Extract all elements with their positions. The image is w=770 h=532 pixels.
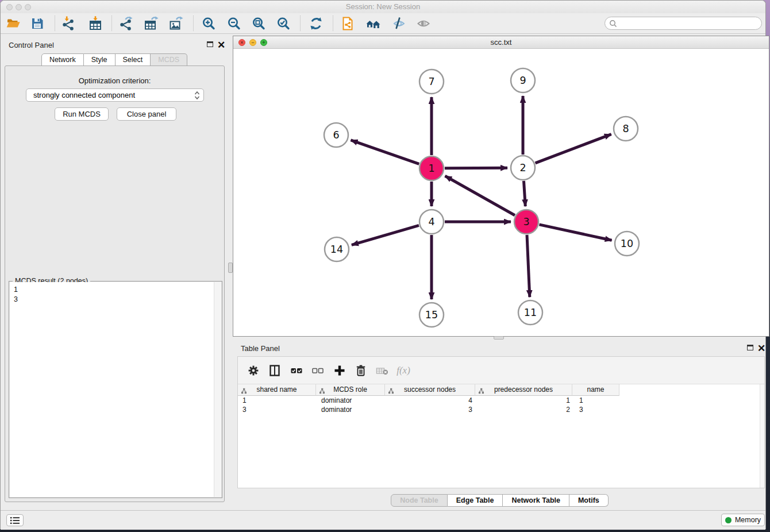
tab-network[interactable]: Network: [41, 53, 84, 66]
table-toolbar: f(x): [238, 357, 764, 384]
column-header-name[interactable]: name: [572, 384, 619, 396]
zoom-window-button[interactable]: [25, 4, 31, 10]
column-header-predecessor-nodes[interactable]: predecessor nodes: [475, 384, 572, 396]
graph-edge-3-1[interactable]: [445, 176, 515, 215]
tab-style[interactable]: Style: [84, 53, 116, 66]
app-window: Session: New Session: [0, 0, 766, 529]
float-panel-icon[interactable]: [207, 41, 213, 47]
import-table-button[interactable]: [87, 15, 104, 32]
tab-node-table[interactable]: Node Table: [391, 494, 447, 507]
select-all-columns-button[interactable]: [288, 362, 305, 379]
mcds-result-textarea[interactable]: 13: [10, 282, 221, 497]
search-field[interactable]: [605, 17, 762, 30]
graph-node-1[interactable]: 1: [419, 156, 444, 180]
graph-node-14[interactable]: 14: [325, 237, 349, 261]
tab-mcds[interactable]: MCDS: [151, 53, 187, 66]
graph-node-15[interactable]: 15: [419, 303, 444, 327]
table-cell[interactable]: dominator: [317, 396, 386, 405]
export-network-button[interactable]: [117, 15, 134, 32]
table-cell[interactable]: dominator: [317, 405, 386, 414]
network-canvas[interactable]: 7968124314101511: [233, 49, 769, 336]
export-table-button[interactable]: [143, 15, 160, 32]
graph-edge-3-11[interactable]: [527, 235, 530, 297]
table-cell[interactable]: 1: [477, 396, 575, 405]
column-header-shared-name[interactable]: shared name: [238, 384, 316, 396]
table-cell[interactable]: 3: [386, 405, 477, 414]
graph-node-11[interactable]: 11: [518, 300, 542, 325]
export-image-button[interactable]: [167, 15, 184, 32]
refresh-button[interactable]: [307, 15, 325, 32]
save-session-button[interactable]: [29, 15, 46, 32]
minimize-window-button[interactable]: [16, 4, 22, 10]
zoom-out-button[interactable]: [225, 15, 242, 32]
tab-network-table[interactable]: Network Table: [503, 494, 569, 507]
table-settings-button[interactable]: [245, 362, 262, 379]
memory-button[interactable]: Memory: [721, 514, 765, 526]
graph-node-3[interactable]: 3: [514, 210, 538, 234]
task-manager-button[interactable]: [6, 514, 24, 526]
column-header-successor-nodes[interactable]: successor nodes: [385, 384, 475, 396]
memory-status-dot: [725, 517, 732, 523]
graph-node-7[interactable]: 7: [419, 70, 444, 94]
table-row[interactable]: 1dominator411: [238, 396, 622, 405]
search-input[interactable]: [617, 17, 761, 29]
eye-icon: [416, 16, 431, 31]
tab-motifs[interactable]: Motifs: [569, 494, 609, 507]
graph-edge-2-8[interactable]: [536, 134, 611, 163]
vertical-splitter-handle[interactable]: [228, 263, 233, 273]
table-cell[interactable]: 1: [238, 396, 317, 405]
run-mcds-button[interactable]: Run MCDS: [55, 107, 109, 121]
network-zoom-button[interactable]: +: [260, 39, 267, 46]
zoom-in-button[interactable]: [200, 15, 217, 32]
network-close-button[interactable]: ×: [238, 39, 245, 46]
graph-node-2[interactable]: 2: [511, 156, 535, 180]
svg-text:2: 2: [519, 162, 526, 174]
graph-edge-1-6[interactable]: [351, 140, 419, 164]
tab-edge-table[interactable]: Edge Table: [448, 494, 503, 507]
column-header-icon: [478, 388, 484, 394]
column-header-mcds-role[interactable]: MCDS role: [316, 384, 385, 396]
result-scrollbar[interactable]: [214, 282, 221, 497]
deselect-all-columns-button[interactable]: [309, 362, 326, 379]
network-window-titlebar[interactable]: × − + scc.txt: [233, 36, 769, 49]
table-row[interactable]: 3dominator323: [238, 405, 622, 414]
table-cell[interactable]: 4: [386, 396, 477, 405]
show-all-button[interactable]: [415, 15, 432, 32]
graph-node-10[interactable]: 10: [615, 232, 639, 256]
add-column-button[interactable]: [331, 362, 348, 379]
zoom-selected-button[interactable]: [275, 15, 292, 32]
tab-select[interactable]: Select: [116, 53, 151, 66]
open-session-button[interactable]: [5, 15, 22, 32]
network-minimize-button[interactable]: −: [249, 39, 256, 46]
columns-icon: [268, 364, 282, 377]
close-window-button[interactable]: [6, 4, 13, 10]
zoom-out-icon: [226, 16, 241, 31]
table-cell[interactable]: 1: [575, 396, 622, 405]
float-table-panel-icon[interactable]: [747, 345, 753, 350]
graph-node-8[interactable]: 8: [614, 117, 638, 141]
table-cell[interactable]: 3: [575, 405, 622, 414]
close-panel-icon[interactable]: ✕: [217, 42, 225, 49]
close-panel-button[interactable]: Close panel: [117, 107, 176, 121]
graph-edge-2-3[interactable]: [523, 181, 525, 206]
zoom-fit-button[interactable]: [250, 15, 267, 32]
svg-text:11: 11: [524, 307, 537, 318]
close-table-panel-icon[interactable]: ✕: [757, 345, 765, 352]
delete-column-button[interactable]: [352, 362, 369, 379]
table-cell[interactable]: 2: [477, 405, 575, 414]
graph-node-6[interactable]: 6: [324, 123, 348, 147]
graph-node-4[interactable]: 4: [419, 210, 444, 234]
hide-selected-button[interactable]: [390, 15, 407, 32]
table-cell[interactable]: 3: [238, 405, 317, 414]
graph-edge-4-14[interactable]: [352, 225, 419, 245]
import-network-button[interactable]: [60, 15, 77, 32]
graph-edge-3-10[interactable]: [539, 225, 611, 240]
clone-network-button[interactable]: [339, 15, 356, 32]
graph-edge-1-2[interactable]: [445, 168, 507, 168]
column-chooser-button[interactable]: [266, 362, 283, 379]
table-scrollbar[interactable]: [760, 384, 764, 488]
first-neighbors-button[interactable]: [364, 15, 382, 32]
graph-node-9[interactable]: 9: [511, 68, 535, 92]
criterion-dropdown[interactable]: strongly connected component: [26, 88, 204, 102]
horizontal-splitter-handle[interactable]: [494, 336, 504, 340]
